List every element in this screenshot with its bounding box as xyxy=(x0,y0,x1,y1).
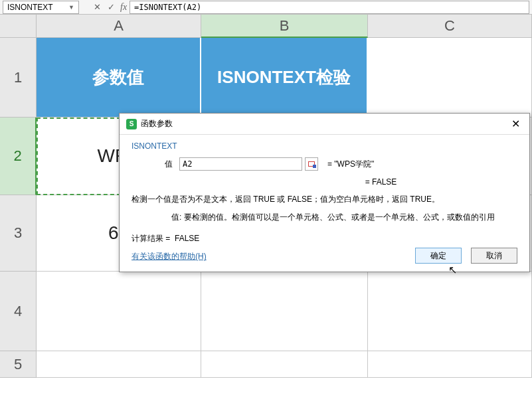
param-desc-text: 要检测的值。检测值可以是一个单元格、公式、或者是一个单元格、公式，或数值的引用 xyxy=(184,212,495,222)
dialog-title-text: 函数参数 xyxy=(141,118,173,129)
cell-B4[interactable] xyxy=(201,272,368,351)
column-header-A[interactable]: A xyxy=(37,15,201,38)
ok-button[interactable]: 确定 xyxy=(415,248,462,264)
row-header-3[interactable]: 3 xyxy=(0,195,37,272)
param-evaluation: = "WPS学院" xyxy=(327,159,374,170)
function-arguments-dialog: S 函数参数 ✕ ISNONTEXT 值 = "WPS学院" = FALSE 检… xyxy=(119,113,530,272)
cell-A1[interactable]: 参数值 xyxy=(37,38,201,118)
param-desc-label: 值: xyxy=(171,212,181,222)
column-header-B[interactable]: B xyxy=(201,15,368,38)
row-header-5[interactable]: 5 xyxy=(0,351,37,378)
param-value-input[interactable] xyxy=(179,157,302,171)
cell-A5[interactable] xyxy=(37,351,201,378)
select-all-corner[interactable] xyxy=(0,15,37,38)
formula-bar: ISNONTEXT ▼ ✕ ✓ fx =ISNONTEXT(A2) xyxy=(0,0,532,15)
row-5: 5 xyxy=(0,351,532,378)
cancel-button[interactable]: 取消 xyxy=(471,248,517,264)
fx-icon[interactable]: fx xyxy=(120,2,127,13)
calc-result: 计算结果 = FALSE xyxy=(132,233,517,244)
cell-B1[interactable]: ISNONTEXT检验 xyxy=(201,38,368,118)
param-label: 值 xyxy=(132,159,179,170)
dialog-titlebar[interactable]: S 函数参数 ✕ xyxy=(120,114,529,135)
wps-icon: S xyxy=(126,119,137,129)
column-header-C[interactable]: C xyxy=(368,15,532,38)
column-headers: A B C xyxy=(0,15,532,38)
param-description: 值: 要检测的值。检测值可以是一个单元格、公式、或者是一个单元格、公式，或数值的… xyxy=(132,211,517,224)
dialog-buttons: 确定 取消 xyxy=(415,248,517,264)
row-header-2[interactable]: 2 xyxy=(0,118,37,195)
name-box-value: ISNONTEXT xyxy=(7,3,53,12)
param-row: 值 = "WPS学院" xyxy=(132,157,517,171)
dialog-body: ISNONTEXT 值 = "WPS学院" = FALSE 检测一个值是否为不是… xyxy=(120,135,529,272)
cell-A4[interactable] xyxy=(37,272,201,351)
calc-result-label: 计算结果 = xyxy=(132,234,170,243)
row-header-1[interactable]: 1 xyxy=(0,38,37,118)
row-header-4[interactable]: 4 xyxy=(0,272,37,351)
row-4: 4 xyxy=(0,272,532,351)
row-1: 1 参数值 ISNONTEXT检验 xyxy=(0,38,532,118)
accept-formula-icon[interactable]: ✓ xyxy=(106,2,116,12)
cell-C4[interactable] xyxy=(368,272,532,351)
cancel-formula-icon[interactable]: ✕ xyxy=(92,2,102,12)
function-description: 检测一个值是否为不是文本，返回 TRUE 或 FALSE；值为空白单元格时，返回… xyxy=(132,193,517,206)
function-name-label: ISNONTEXT xyxy=(132,141,517,151)
cell-value: ISNONTEXT检验 xyxy=(217,66,351,89)
calc-result-value: FALSE xyxy=(175,234,199,243)
range-selector-icon[interactable] xyxy=(305,157,318,171)
help-link[interactable]: 有关该函数的帮助(H) xyxy=(132,252,207,261)
formula-controls: ✕ ✓ fx xyxy=(92,2,127,13)
function-result: = FALSE xyxy=(132,177,517,187)
name-box[interactable]: ISNONTEXT ▼ xyxy=(3,1,79,14)
chevron-down-icon[interactable]: ▼ xyxy=(68,4,74,11)
formula-input[interactable]: =ISNONTEXT(A2) xyxy=(130,1,529,14)
cell-C1[interactable] xyxy=(368,38,532,118)
cell-value: 参数值 xyxy=(92,66,144,89)
dialog-title-left: S 函数参数 xyxy=(126,118,173,129)
cell-B5[interactable] xyxy=(201,351,368,378)
cell-C5[interactable] xyxy=(368,351,532,378)
close-icon[interactable]: ✕ xyxy=(509,118,523,130)
